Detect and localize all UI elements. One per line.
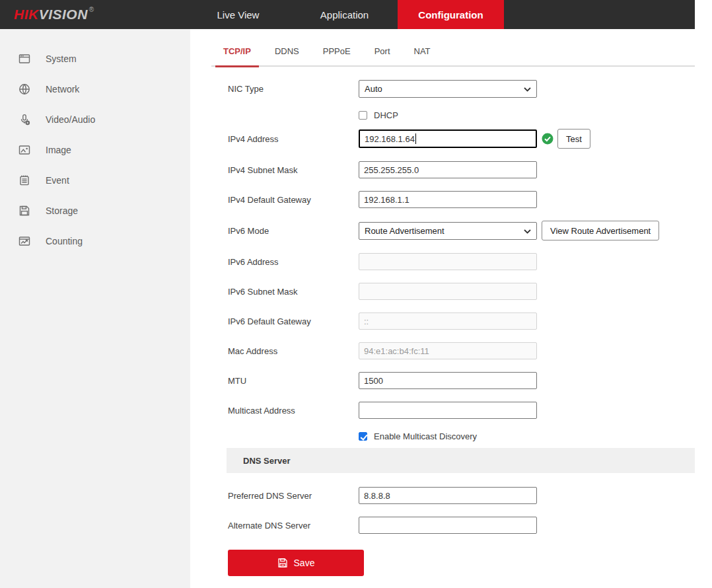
logo-hik: HIK [14,7,39,22]
ipv6-subnet-input [359,283,537,300]
ipv6-mode-row: IPv6 Mode Route Advertisement View Route… [228,221,695,240]
sidebar-item-counting[interactable]: Counting [0,226,190,256]
sidebar: System Network Video/Audio Image [0,29,190,588]
nic-type-selected-value: Auto [365,84,382,94]
sidebar-item-video-audio[interactable]: Video/Audio [0,104,190,135]
logo-registered-mark: ® [89,6,94,13]
save-icon [277,558,288,568]
preferred-dns-row: Preferred DNS Server [228,487,695,504]
sidebar-item-system[interactable]: System [0,44,190,74]
ipv6-address-row: IPv6 Address [228,253,695,270]
multicast-discovery-label: Enable Multicast Discovery [374,431,477,441]
sidebar-item-label: Image [46,145,71,155]
event-icon [18,174,30,186]
sidebar-item-label: Network [46,84,79,94]
sidebar-item-image[interactable]: Image [0,135,190,165]
ipv6-address-input [359,253,537,270]
ipv4-address-label: IPv4 Address [228,134,359,144]
ipv6-gateway-input [359,312,537,330]
mtu-row: MTU [228,372,695,389]
ipv6-subnet-label: IPv6 Subnet Mask [228,287,359,297]
chevron-down-icon [524,84,531,94]
preferred-dns-input[interactable] [359,487,537,504]
ipv6-mode-selected-value: Route Advertisement [365,226,445,236]
ipv4-address-value: 192.168.1.64 [365,134,415,144]
alternate-dns-input[interactable] [359,517,537,534]
top-nav: Live View Application Configuration [185,0,504,29]
save-button-label: Save [294,558,315,568]
tab-port[interactable]: Port [363,36,402,66]
nav-configuration[interactable]: Configuration [398,0,504,29]
test-button[interactable]: Test [557,129,590,149]
main-content: TCP/IP DDNS PPPoE Port NAT NIC Type Auto [190,29,695,588]
settings-tabs: TCP/IP DDNS PPPoE Port NAT [211,36,695,67]
tab-pppoe[interactable]: PPPoE [311,36,363,66]
nav-live-view[interactable]: Live View [185,0,291,29]
alternate-dns-label: Alternate DNS Server [228,521,359,531]
ipv6-gateway-label: IPv6 Default Gateway [228,316,359,326]
tab-ddns[interactable]: DDNS [263,36,311,66]
nav-application[interactable]: Application [291,0,398,29]
video-audio-icon [18,114,30,126]
multicast-address-input[interactable] [359,402,537,419]
dhcp-checkbox[interactable] [359,111,367,120]
ipv6-gateway-row: IPv6 Default Gateway [228,312,695,330]
save-button[interactable]: Save [228,550,364,576]
sidebar-item-label: Counting [46,236,83,246]
sidebar-item-label: Video/Audio [46,114,95,125]
nic-type-select[interactable]: Auto [359,80,537,98]
mtu-input[interactable] [359,372,537,389]
multicast-discovery-checkbox[interactable] [359,432,367,441]
counting-icon [18,235,30,247]
view-route-advertisement-button[interactable]: View Route Advertisement [542,221,659,240]
ipv6-address-label: IPv6 Address [228,257,359,267]
top-header: HIKVISION® Live View Application Configu… [0,0,695,29]
mac-address-row: Mac Address [228,342,695,359]
system-icon [18,53,30,65]
tab-nat[interactable]: NAT [402,36,443,66]
ipv4-address-input[interactable]: 192.168.1.64 [359,129,537,148]
hikvision-logo: HIKVISION® [0,0,185,29]
ipv6-mode-label: IPv6 Mode [228,226,359,236]
mtu-label: MTU [228,376,359,386]
dhcp-label: DHCP [374,110,398,120]
ipv4-subnet-input[interactable] [359,161,537,178]
page: HIKVISION® Live View Application Configu… [0,0,695,588]
test-success-icon [542,133,553,145]
sidebar-item-storage[interactable]: Storage [0,196,190,226]
storage-icon [18,205,30,217]
mac-address-input [359,342,537,359]
text-cursor [415,133,416,144]
ipv6-subnet-row: IPv6 Subnet Mask [228,283,695,300]
sidebar-item-label: Storage [46,205,78,216]
nic-type-row: NIC Type Auto [228,80,695,98]
tcpip-form: NIC Type Auto DHCP IPv4 Address 192 [228,80,695,576]
nic-type-label: NIC Type [228,84,359,94]
dns-server-section-title: DNS Server [243,456,291,466]
mac-address-label: Mac Address [228,346,359,356]
dhcp-row: DHCP [228,110,695,120]
ipv4-gateway-input[interactable] [359,191,537,208]
sidebar-item-network[interactable]: Network [0,74,190,104]
chevron-down-icon [524,226,531,236]
multicast-address-row: Multicast Address [228,402,695,419]
ipv4-subnet-row: IPv4 Subnet Mask [228,161,695,178]
preferred-dns-label: Preferred DNS Server [228,491,359,501]
network-icon [18,83,30,95]
logo-vision: VISION [39,7,88,22]
image-icon [18,144,30,156]
multicast-discovery-row: Enable Multicast Discovery [228,431,695,441]
sidebar-item-label: Event [46,175,69,186]
ipv4-gateway-label: IPv4 Default Gateway [228,195,359,205]
multicast-address-label: Multicast Address [228,406,359,416]
ipv4-address-row: IPv4 Address 192.168.1.64 Test [228,129,695,149]
ipv6-mode-select[interactable]: Route Advertisement [359,222,537,240]
ipv4-subnet-label: IPv4 Subnet Mask [228,165,359,175]
ipv4-gateway-row: IPv4 Default Gateway [228,191,695,208]
sidebar-item-label: System [46,54,77,64]
dns-server-section-header: DNS Server [227,448,695,473]
tab-tcpip[interactable]: TCP/IP [211,36,263,66]
sidebar-item-event[interactable]: Event [0,165,190,196]
alternate-dns-row: Alternate DNS Server [228,517,695,534]
